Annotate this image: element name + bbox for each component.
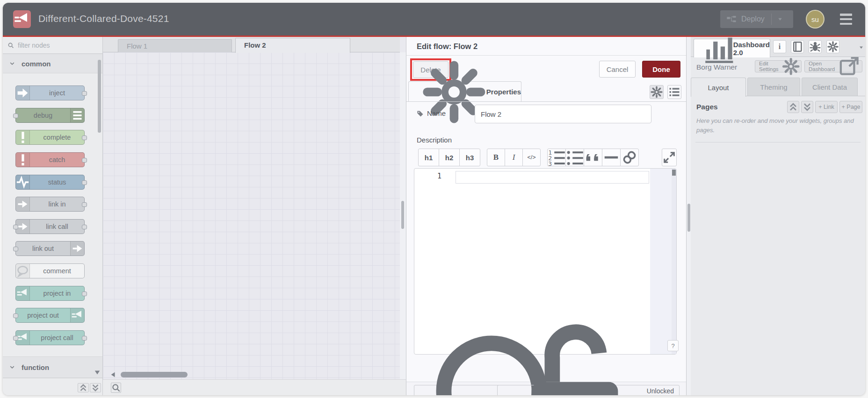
palette-node-label: link call [30, 220, 84, 235]
horizontal-rule-button[interactable] [602, 149, 621, 166]
edit-settings-button[interactable]: Edit Settings [755, 60, 802, 72]
flow-canvas[interactable] [103, 52, 400, 379]
dashboard-tab-label: Dashboard 2.0 [733, 41, 770, 57]
code-button[interactable]: </> [522, 149, 541, 166]
editor-scrollbar[interactable] [672, 170, 676, 176]
node-port-left [13, 313, 18, 318]
unordered-list-button[interactable] [565, 149, 584, 166]
flow-locked-toggle[interactable]: Unlocked [497, 385, 680, 395]
tab-flow-1[interactable]: Flow 1 [118, 39, 232, 52]
italic-button[interactable]: I [505, 149, 523, 166]
palette-node-label: comment [30, 264, 84, 279]
quote-button[interactable] [584, 149, 602, 166]
main-menu-icon[interactable] [840, 14, 852, 25]
node-port-right [82, 202, 87, 207]
palette-node-comment[interactable]: comment [15, 263, 85, 278]
add-link-button[interactable]: + Link [815, 101, 838, 113]
category-label: common [22, 60, 51, 68]
dialog-title-divider [406, 55, 686, 56]
debug-button[interactable] [809, 40, 822, 53]
editor-minimap[interactable] [650, 169, 672, 354]
deploy-button[interactable]: Deploy [720, 10, 793, 28]
sidebar-splitter-handle[interactable] [687, 204, 690, 232]
palette-node-status[interactable]: status [15, 175, 85, 190]
tab-layout[interactable]: Layout [691, 78, 746, 97]
palette-node-link-call[interactable]: link call [15, 219, 85, 234]
config-nodes-button[interactable] [826, 40, 839, 53]
done-button[interactable]: Done [642, 61, 680, 78]
sidebar-menu-caret-icon[interactable] [859, 45, 864, 50]
double-chevron-up-icon [788, 101, 799, 113]
scroll-left-icon[interactable] [110, 371, 116, 378]
palette-category-function[interactable]: function [3, 356, 102, 378]
ordered-list-button[interactable]: 123 [547, 149, 566, 166]
node-port-right [82, 225, 87, 229]
dashboard-section-tabs: Layout Theming Client Data [691, 78, 865, 96]
editor-scroll-track [672, 169, 676, 354]
palette-collapse-all-button[interactable] [78, 383, 89, 392]
info-icon: i [779, 43, 781, 51]
info-button[interactable]: i [773, 40, 786, 53]
palette-scroll-down-icon[interactable] [94, 369, 101, 376]
node-port-right [82, 135, 87, 140]
link-button[interactable] [620, 149, 639, 166]
tab-flow-2[interactable]: Flow 2 [235, 38, 350, 53]
editor-expand-button[interactable] [662, 149, 677, 166]
filter-nodes-input[interactable] [18, 42, 93, 49]
pages-collapse-all-button[interactable] [787, 101, 799, 113]
palette-node-catch[interactable]: catch [15, 152, 85, 167]
cancel-button[interactable]: Cancel [599, 61, 636, 78]
palette-node-debug[interactable]: debug [15, 108, 85, 123]
toolbar-group-0: h1h2h3 [418, 149, 480, 166]
palette-node-inject[interactable]: inject [15, 85, 85, 100]
node-port-right [82, 180, 87, 185]
gear-icon [827, 41, 839, 53]
lock-open-icon [503, 319, 647, 396]
horizontal-scrollbar[interactable] [121, 372, 188, 377]
palette-node-project-call[interactable]: project call [15, 330, 85, 345]
tab-properties[interactable]: Properties [408, 81, 521, 102]
heading3-button[interactable]: h3 [459, 149, 480, 166]
category-label: function [22, 363, 49, 371]
gear-icon [650, 85, 663, 99]
palette-node-link-out[interactable]: link out [15, 241, 85, 256]
editor-help-button[interactable]: ? [667, 340, 679, 351]
editor-line-number: 1 [427, 172, 441, 180]
palette-node-label: status [30, 175, 84, 190]
palette-category-common[interactable]: common [3, 54, 102, 73]
node-port-left [13, 114, 18, 118]
add-page-button[interactable]: + Page [839, 101, 862, 113]
node-port-left [13, 247, 18, 251]
palette-search[interactable] [3, 37, 102, 54]
deploy-caret-icon[interactable] [777, 16, 783, 22]
palette-node-complete[interactable]: complete [15, 130, 85, 145]
canvas-search-button[interactable] [111, 383, 121, 393]
open-dashboard-label: Open Dashboard [809, 61, 835, 72]
heading2-button[interactable]: h2 [439, 149, 460, 166]
workspace-scrollbar[interactable] [401, 201, 404, 229]
user-avatar[interactable]: su [806, 10, 825, 28]
description-list-button[interactable] [667, 85, 681, 99]
edit-properties-button[interactable] [650, 85, 664, 99]
bold-button[interactable]: B [487, 149, 505, 166]
tab-dashboard-2[interactable]: Dashboard 2.0 [694, 39, 770, 57]
palette-node-link-in[interactable]: link in [15, 197, 85, 212]
flow-name-input[interactable] [475, 105, 651, 123]
tab-theming[interactable]: Theming [747, 78, 800, 96]
palette-node-project-in[interactable]: project in [15, 286, 85, 301]
pulse-icon [16, 175, 30, 189]
debug-lines-icon [70, 108, 84, 122]
tab-client-data[interactable]: Client Data [802, 78, 858, 96]
pages-expand-all-button[interactable] [801, 101, 813, 113]
search-icon [7, 42, 14, 49]
palette-node-project-out[interactable]: project out [15, 308, 85, 323]
palette-expand-all-button[interactable] [90, 383, 101, 392]
svg-text:3: 3 [548, 160, 552, 166]
book-icon [791, 41, 803, 53]
palette-scrollbar[interactable] [98, 60, 101, 133]
node-red-logo-icon [13, 10, 31, 28]
heading1-button[interactable]: h1 [418, 149, 439, 166]
palette-node-label: inject [30, 86, 84, 101]
help-docs-button[interactable] [791, 40, 804, 53]
open-dashboard-button[interactable]: Open Dashboard [804, 60, 862, 72]
